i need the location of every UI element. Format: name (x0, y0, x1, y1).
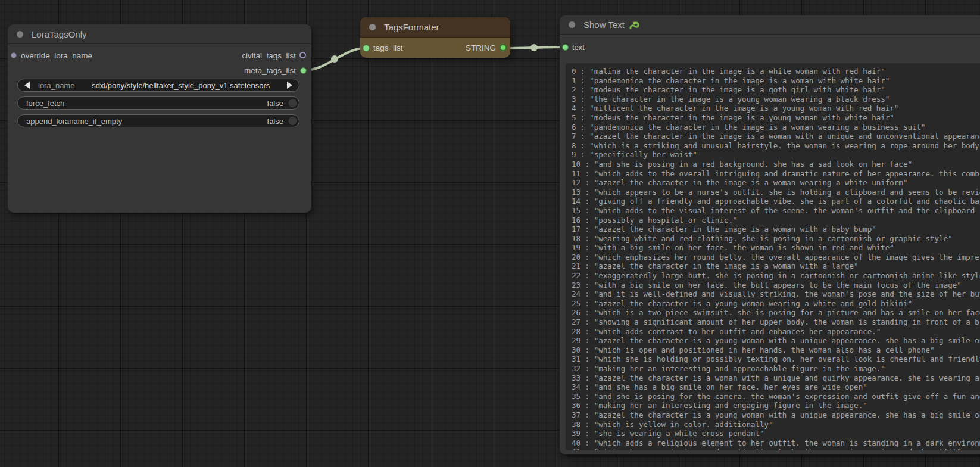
collapse-dot-icon[interactable] (569, 21, 575, 28)
input-slot-icon[interactable] (562, 44, 569, 51)
input-slot-icon[interactable] (363, 45, 370, 52)
text-line: 19 : "with a big smile on her face. the … (572, 243, 980, 253)
widget-value: sdxl/pony/style/helltaker_style_pony_v1.… (74, 81, 287, 90)
text-line: 23 : "with a big smile on her face. the … (572, 281, 980, 290)
text-line: 31 : "which she is holding or possibly t… (572, 354, 980, 364)
text-line: 12 : "azazel the character in the image … (572, 178, 980, 188)
text-line: 16 : "possibly a hospital or clinic." (572, 216, 980, 225)
text-line: 33 : "azazel the character is a woman wi… (572, 373, 980, 383)
text-line: 29 : "azazel the character is a young wo… (572, 336, 980, 345)
text-line: 32 : "making her an interesting and appr… (572, 364, 980, 373)
widget-label: lora_name (38, 81, 74, 90)
text-line: 27 : "showing a significant amount of he… (572, 317, 980, 327)
text-line: 18 : "wearing white and red clothing. sh… (572, 234, 980, 244)
snake-icon (629, 20, 641, 30)
input-slot-label: override_lora_name (21, 51, 92, 60)
text-line: 37 : "azazel the character is a young wo… (572, 410, 980, 420)
text-line: 6 : "pandemonica the character in the im… (572, 123, 980, 132)
combo-prev-icon[interactable] (24, 82, 30, 89)
text-line: 14 : "giving off a friendly and approach… (572, 197, 980, 206)
link-midpoint-dot[interactable] (331, 55, 338, 63)
text-line: 17 : "azazel the character in the image … (572, 225, 980, 234)
text-line: 24 : "and it is well-defined and visuall… (572, 289, 980, 299)
widget-value: false (267, 117, 283, 126)
node-show-text[interactable]: Show Text text 0 : "malina the character… (560, 15, 980, 454)
node-title: LoraTagsOnly (32, 29, 87, 39)
text-line: 21 : "azazel the character in the image … (572, 261, 980, 271)
node-lora-tags-only[interactable]: LoraTagsOnly override_lora_name civitai_… (8, 24, 311, 213)
node-title: TagsFormater (384, 22, 439, 32)
combo-widget-lora-name[interactable]: lora_name sdxl/pony/style/helltaker_styl… (17, 79, 299, 92)
text-line: 3 : "the character in the image is a you… (572, 95, 980, 104)
node-title: Show Text (583, 20, 641, 30)
output-slot-icon[interactable] (299, 52, 306, 58)
text-line: 26 : "which is a two-piece swimsuit. she… (572, 308, 980, 317)
text-line: 39 : "she is wearing a white cross penda… (572, 429, 980, 438)
text-line: 25 : "azazel the character is a young wo… (572, 299, 980, 309)
input-slot-icon[interactable] (11, 52, 17, 58)
text-line: 2 : "modeus the character in the image i… (572, 85, 980, 95)
text-line: 40 : "which adds a religious element to … (572, 438, 980, 448)
text-line: 41 : "giving her a mysterious and captiv… (572, 447, 980, 450)
toggle-knob-icon[interactable] (288, 117, 297, 126)
text-line: 30 : "which is open and positioned in he… (572, 345, 980, 355)
text-line: 10 : "and she is posing in a red backgro… (572, 160, 980, 169)
output-slot-label: STRING (466, 43, 496, 52)
node-header[interactable]: TagsFormater (360, 17, 510, 38)
input-slot-label: text (572, 43, 585, 52)
text-line: 36 : "making her an interesting and enga… (572, 401, 980, 410)
text-line: 7 : "azazel the character in the image i… (572, 132, 980, 141)
combo-next-icon[interactable] (287, 82, 292, 89)
text-line: 28 : "which adds contrast to her outfit … (572, 327, 980, 337)
output-slot-label: civitai_tags_list (242, 51, 296, 60)
node-tags-formater[interactable]: TagsFormater tags_list STRING (360, 17, 510, 58)
text-lines: 0 : "malina the character in the image i… (572, 67, 980, 450)
toggle-widget-append-loraname[interactable]: append_loraname_if_empty false (17, 114, 299, 127)
text-line: 8 : "which is a striking and unusual hai… (572, 141, 980, 151)
text-line: 34 : "and she has a big smile on her fac… (572, 382, 980, 392)
text-line: 15 : "which adds to the visual interest … (572, 206, 980, 216)
node-header[interactable]: Show Text (560, 15, 980, 35)
output-slot-icon[interactable] (500, 44, 507, 51)
output-slot-label: meta_tags_list (244, 66, 296, 75)
toggle-widget-force-fetch[interactable]: force_fetch false (17, 96, 299, 110)
text-line: 20 : "which emphasizes her round belly. … (572, 253, 980, 262)
link-midpoint-dot[interactable] (530, 44, 538, 51)
text-line: 9 : "specifically her waist" (572, 150, 980, 160)
collapse-dot-icon[interactable] (17, 31, 23, 38)
text-line: 38 : "which is yellow in color. addition… (572, 420, 980, 429)
toggle-knob-icon[interactable] (288, 99, 297, 108)
node-title-text: Show Text (583, 20, 625, 30)
widget-label: force_fetch (26, 99, 64, 108)
text-line: 5 : "modeus the character in the image i… (572, 113, 980, 123)
text-line: 4 : "millicent the character in the imag… (572, 104, 980, 113)
text-line: 22 : "exaggeratedly large butt. she is p… (572, 271, 980, 281)
node-header[interactable]: LoraTagsOnly (8, 24, 311, 44)
output-slot-icon[interactable] (300, 67, 307, 74)
text-line: 11 : "which adds to the overall intrigui… (572, 169, 980, 179)
widget-value: false (267, 99, 283, 108)
text-line: 0 : "malina the character in the image i… (572, 67, 980, 76)
widget-label: append_loraname_if_empty (26, 117, 122, 126)
text-line: 13 : "which appears to be a nurse's outf… (572, 188, 980, 197)
input-slot-label: tags_list (373, 43, 403, 52)
show-text-output-area[interactable]: 0 : "malina the character in the image i… (566, 63, 980, 450)
text-line: 35 : "and she is posing for the camera. … (572, 392, 980, 401)
graph-canvas[interactable]: LoraTagsOnly override_lora_name civitai_… (0, 0, 980, 467)
text-line: 1 : "pandemonica the character in the im… (572, 76, 980, 86)
collapse-dot-icon[interactable] (369, 24, 376, 30)
